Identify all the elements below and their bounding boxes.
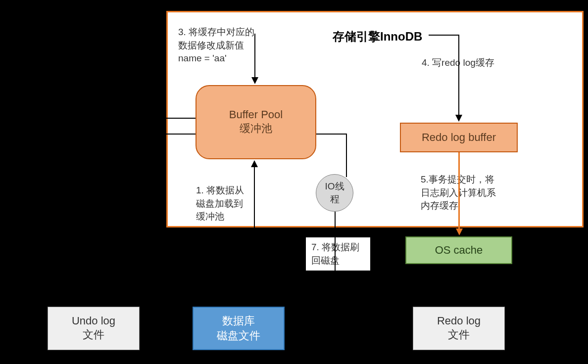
step7-label: 7. 将数据刷 回磁盘	[306, 237, 370, 271]
arrow-step3-line	[254, 34, 255, 79]
step7-line2: 回磁盘	[311, 254, 365, 268]
step5-line1: 5.事务提交时，将	[421, 173, 515, 186]
step3-line1: 3. 将缓存中对应的	[178, 26, 267, 39]
os-cache-box: OS cache	[405, 236, 512, 264]
step5-line2: 日志刷入计算机系	[421, 186, 515, 200]
redo-buffer-box: Redo log buffer	[400, 123, 518, 152]
arrow-step4-v	[458, 35, 459, 117]
disk-file-box: 数据库 磁盘文件	[193, 307, 285, 350]
step1-line3: 缓冲池	[196, 210, 260, 224]
step3-label: 3. 将缓存中对应的 数据修改成新值 name = 'aa'	[178, 26, 267, 65]
title-text: 存储引擎InnoDB	[333, 30, 422, 43]
io-thread-line1: IO线	[325, 180, 344, 193]
arrow-step1-line	[254, 167, 255, 307]
io-thread-box: IO线 程	[316, 174, 353, 212]
bp-left-line1	[166, 118, 196, 119]
redo-file-line2: 文件	[448, 327, 470, 342]
arrow-step6-line	[458, 264, 459, 307]
step5-label: 5.事务提交时，将 日志刷入计算机系 内存缓存	[421, 173, 515, 213]
bp-left-line2	[166, 134, 196, 135]
undo-file-line2: 文件	[83, 327, 104, 342]
title: 存储引擎InnoDB	[333, 29, 422, 45]
undo-file-box: Undo log 文件	[48, 307, 140, 350]
step3-line2: 数据修改成新值	[178, 39, 267, 52]
arrow-step5-line	[458, 152, 460, 230]
bp-right-line	[316, 134, 347, 135]
undo-file-line1: Undo log	[72, 315, 115, 327]
buffer-pool-line2: 缓冲池	[240, 121, 272, 136]
buffer-pool-box: Buffer Pool 缓冲池	[196, 85, 316, 159]
step5-line3: 内存缓存	[421, 199, 515, 213]
step1-line2: 磁盘加载到	[196, 197, 260, 211]
disk-file-line2: 磁盘文件	[217, 328, 260, 343]
os-cache-line1: OS cache	[435, 244, 483, 257]
step4-label: 4. 写redo log缓存	[422, 56, 511, 70]
arrow-step4-h	[429, 35, 459, 36]
step1-line1: 1. 将数据从	[196, 184, 260, 197]
step4-line1: 4. 写redo log缓存	[422, 56, 511, 70]
arrow-step3-head	[251, 77, 258, 84]
redo-buffer-line1: Redo log buffer	[422, 131, 496, 144]
arrow-step4-head	[455, 115, 462, 122]
arrow-step7-v	[335, 212, 336, 327]
bp-right-v	[346, 134, 347, 177]
redo-file-box: Redo log 文件	[413, 307, 505, 350]
step1-label: 1. 将数据从 磁盘加载到 缓冲池	[196, 184, 260, 224]
step7-line1: 7. 将数据刷	[311, 241, 365, 254]
arrow-step7-h	[285, 326, 336, 327]
io-thread-line2: 程	[330, 193, 340, 206]
arrow-step1-head	[251, 160, 258, 167]
arrow-step5-head	[456, 228, 463, 235]
step3-line3: name = 'aa'	[178, 52, 267, 65]
disk-file-line1: 数据库	[222, 314, 255, 328]
buffer-pool-line1: Buffer Pool	[229, 108, 283, 121]
redo-file-line1: Redo log	[437, 315, 481, 327]
